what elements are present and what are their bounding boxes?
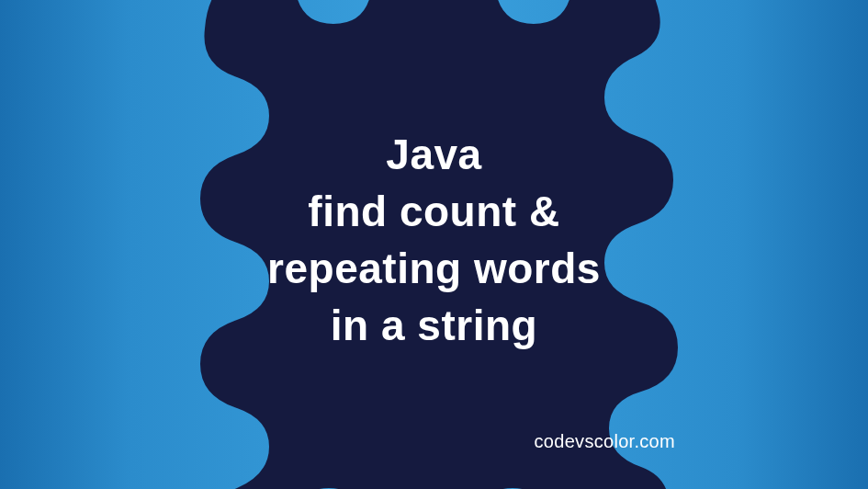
title-line-3: repeating words	[159, 240, 710, 297]
title-block: Java find count & repeating words in a s…	[159, 126, 710, 354]
title-line-2: find count &	[159, 183, 710, 240]
title-line-1: Java	[159, 126, 710, 183]
title-line-4: in a string	[159, 297, 710, 354]
watermark-text: codevscolor.com	[535, 431, 675, 452]
banner-container: Java find count & repeating words in a s…	[0, 0, 868, 489]
